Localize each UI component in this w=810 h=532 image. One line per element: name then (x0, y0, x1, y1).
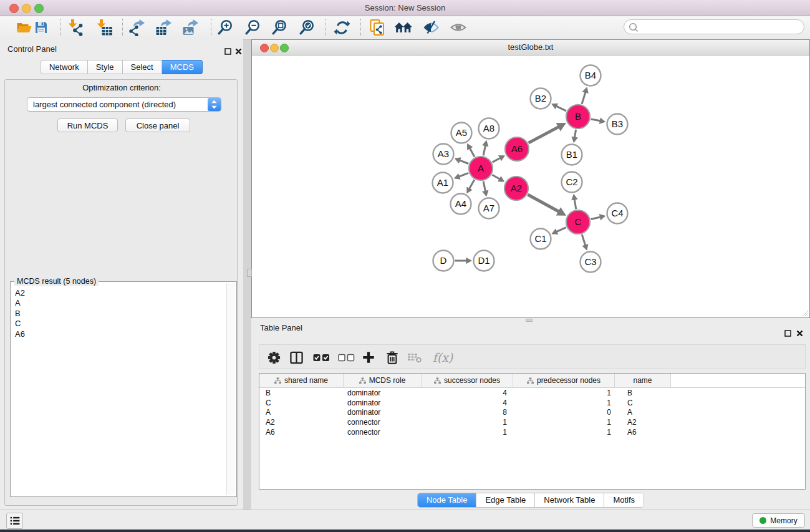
run-mcds-button[interactable]: Run MCDS (57, 118, 118, 132)
table-row[interactable]: Bdominator41B (259, 388, 805, 398)
new-network-from-selection-icon[interactable] (368, 18, 387, 37)
export-network-icon[interactable] (127, 18, 146, 37)
column-header-MCDS-role[interactable]: MCDS role (344, 374, 422, 387)
graph-edge-C-C4[interactable] (591, 217, 600, 219)
criterion-dropdown[interactable]: largest connected component (directed) (27, 97, 221, 112)
graph-edge-A-A7[interactable] (483, 181, 485, 191)
import-table-icon[interactable] (95, 18, 113, 37)
import-network-icon[interactable] (66, 18, 85, 37)
home-first-neighbors-icon[interactable] (394, 18, 413, 37)
search-input[interactable] (640, 21, 799, 34)
graph-edge-B-B3[interactable] (591, 119, 600, 121)
table-cell: 1 (513, 428, 615, 437)
table-panel-splitter-handle[interactable] (526, 319, 533, 322)
graph-edge-B-B2[interactable] (556, 106, 566, 111)
table-cell: dominator (344, 408, 422, 417)
tab-edge-table[interactable]: Edge Table (476, 493, 534, 507)
graph-edge-A-A4[interactable] (470, 180, 475, 189)
column-header-shared-name[interactable]: shared name (259, 374, 344, 387)
status-bar: Memory (0, 510, 810, 530)
graph-edge-A-A2[interactable] (492, 175, 499, 179)
graph-edge-B-B4[interactable] (582, 92, 586, 104)
table-cell: C (259, 399, 344, 407)
zoom-in-icon[interactable] (216, 18, 234, 37)
table-settings-gear-icon[interactable] (264, 349, 283, 366)
graph-edge-A-A5[interactable] (470, 148, 475, 157)
table-cell: 1 (513, 399, 615, 407)
tab-node-table[interactable]: Node Table (418, 493, 476, 507)
table-row[interactable]: Adominator80A (259, 408, 805, 418)
optimization-criterion-label: Optimization criterion: (0, 83, 243, 92)
graph-edge-A-A6[interactable] (493, 158, 501, 162)
zoom-selected-icon[interactable] (297, 18, 316, 37)
network-zoom-traffic-light[interactable] (280, 44, 289, 52)
open-session-icon[interactable] (14, 18, 33, 37)
result-scrollbar[interactable] (226, 283, 235, 495)
graph-edge-C-C2[interactable] (574, 199, 576, 209)
graph-node-label: A5 (456, 127, 467, 138)
show-columns-icon[interactable] (287, 349, 306, 366)
hide-graphics-details-icon[interactable] (422, 18, 440, 37)
zoom-traffic-light[interactable] (34, 4, 44, 13)
network-canvas[interactable]: B4B2BB3A8A5A6A3B1AA1C2A2A4A7C4CC1DD1C3 (252, 56, 809, 317)
network-close-traffic-light[interactable] (260, 44, 269, 52)
tab-style[interactable]: Style (88, 60, 123, 74)
memory-button[interactable]: Memory (752, 513, 805, 528)
resize-grip-icon[interactable] (801, 309, 809, 317)
table-float-panel-icon[interactable] (784, 328, 791, 339)
close-panel-icon[interactable] (235, 46, 242, 57)
table-cell: 4 (422, 389, 513, 397)
refresh-icon[interactable] (332, 18, 351, 37)
tab-motifs[interactable]: Motifs (604, 493, 644, 507)
graph-edge-A-A1[interactable] (459, 173, 468, 177)
tab-mcds[interactable]: MCDS (162, 60, 203, 74)
table-row[interactable]: Cdominator41C (259, 398, 805, 408)
save-session-icon[interactable] (32, 18, 51, 37)
graph-edge-A-A3[interactable] (460, 160, 469, 164)
toolbar-separator (60, 19, 61, 36)
mcds-result-box: MCDS result (5 nodes) A2ABCA6 (10, 281, 237, 497)
export-table-icon[interactable] (154, 18, 173, 37)
network-window-titlebar[interactable]: testGlobe.txt (252, 40, 809, 56)
delete-column-trash-icon[interactable] (383, 349, 402, 366)
select-all-checkboxes-icon[interactable] (312, 349, 330, 366)
minimize-traffic-light[interactable] (22, 4, 31, 13)
column-header-predecessor-nodes[interactable]: predecessor nodes (513, 374, 615, 387)
deselect-all-checkboxes-icon[interactable] (337, 349, 355, 366)
table-close-panel-icon[interactable] (796, 328, 803, 339)
node-table[interactable]: shared nameMCDS rolesuccessor nodesprede… (259, 373, 806, 490)
panel-splitter-handle[interactable] (247, 269, 252, 277)
table-row[interactable]: A6connector11A6 (259, 427, 805, 437)
mcds-result-item[interactable]: B (15, 309, 236, 319)
mcds-result-item[interactable]: A6 (15, 329, 236, 339)
mcds-result-item[interactable]: A (15, 298, 236, 308)
network-minimize-traffic-light[interactable] (270, 44, 279, 52)
zoom-out-icon[interactable] (243, 18, 262, 37)
table-row[interactable]: A2connector11A2 (259, 417, 805, 427)
column-header-successor-nodes[interactable]: successor nodes (422, 374, 513, 387)
close-panel-button[interactable]: Close panel (125, 118, 190, 132)
tab-network[interactable]: Network (41, 60, 88, 74)
mcds-result-item[interactable]: C (15, 319, 236, 329)
graph-edge-C-C1[interactable] (556, 228, 566, 232)
table-cell: A (259, 408, 344, 417)
graph-edge-A-A8[interactable] (483, 145, 485, 155)
float-panel-icon[interactable] (224, 46, 231, 57)
add-column-icon[interactable] (359, 349, 378, 366)
zoom-fit-icon[interactable] (270, 18, 289, 37)
show-graphics-details-icon[interactable] (449, 18, 468, 37)
close-traffic-light[interactable] (9, 4, 19, 13)
graph-edge-C-C3[interactable] (582, 235, 585, 246)
task-history-button[interactable] (6, 513, 23, 529)
graph-edge-B-B1[interactable] (574, 130, 576, 138)
graph-edge-A2-C[interactable] (528, 195, 559, 211)
graph-node-label: A2 (511, 183, 522, 193)
export-image-icon[interactable] (181, 18, 200, 37)
tab-select[interactable]: Select (123, 60, 162, 74)
mcds-result-item[interactable]: A2 (15, 288, 236, 298)
column-header-name[interactable]: name (615, 374, 671, 387)
graph-edge-A6-B[interactable] (529, 127, 559, 143)
session-title: Session: New Session (0, 0, 810, 16)
tab-network-table[interactable]: Network Table (534, 493, 604, 507)
search-box[interactable] (624, 19, 804, 34)
